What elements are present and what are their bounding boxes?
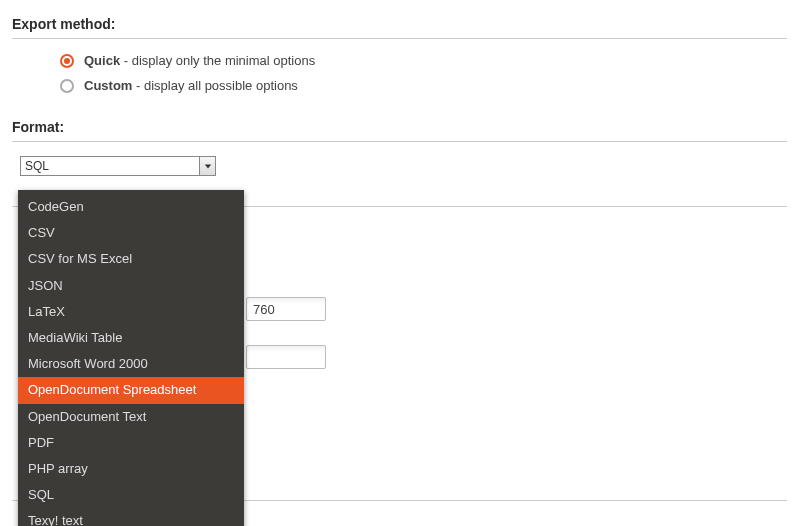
format-select[interactable]: SQL bbox=[20, 156, 216, 176]
dropdown-item-latex[interactable]: LaTeX bbox=[18, 299, 244, 325]
dropdown-item-sql[interactable]: SQL bbox=[18, 482, 244, 508]
dropdown-item-opendocument-text[interactable]: OpenDocument Text bbox=[18, 404, 244, 430]
radio-label: Quick - display only the minimal options bbox=[84, 53, 315, 68]
dropdown-item-phparray[interactable]: PHP array bbox=[18, 456, 244, 482]
radio-icon bbox=[60, 54, 74, 68]
svg-marker-0 bbox=[204, 164, 210, 168]
radio-option-custom[interactable]: Custom - display all possible options bbox=[60, 78, 787, 93]
dropdown-item-pdf[interactable]: PDF bbox=[18, 430, 244, 456]
export-method-title: Export method: bbox=[12, 16, 787, 32]
format-title: Format: bbox=[12, 119, 787, 135]
format-section: Format: SQL bbox=[12, 103, 787, 176]
dropdown-item-word2000[interactable]: Microsoft Word 2000 bbox=[18, 351, 244, 377]
radio-label: Custom - display all possible options bbox=[84, 78, 298, 93]
dropdown-button[interactable] bbox=[199, 157, 215, 175]
dropdown-item-opendocument-spreadsheet[interactable]: OpenDocument Spreadsheet bbox=[18, 377, 244, 403]
format-dropdown-list[interactable]: CodeGen CSV CSV for MS Excel JSON LaTeX … bbox=[18, 190, 244, 526]
dropdown-item-json[interactable]: JSON bbox=[18, 273, 244, 299]
dropdown-item-csv[interactable]: CSV bbox=[18, 220, 244, 246]
export-method-radio-group: Quick - display only the minimal options… bbox=[12, 53, 787, 93]
format-select-value: SQL bbox=[25, 159, 49, 173]
numeric-input-1[interactable] bbox=[246, 297, 326, 321]
dropdown-item-codegen[interactable]: CodeGen bbox=[18, 194, 244, 220]
dropdown-item-texy[interactable]: Texy! text bbox=[18, 508, 244, 526]
radio-icon bbox=[60, 79, 74, 93]
chevron-down-icon bbox=[204, 162, 212, 170]
divider bbox=[12, 141, 787, 142]
export-method-section: Export method: Quick - display only the … bbox=[12, 0, 787, 93]
divider bbox=[12, 38, 787, 39]
dropdown-item-csv-excel[interactable]: CSV for MS Excel bbox=[18, 246, 244, 272]
radio-option-quick[interactable]: Quick - display only the minimal options bbox=[60, 53, 787, 68]
numeric-input-2[interactable] bbox=[246, 345, 326, 369]
format-select-wrap: SQL bbox=[20, 156, 787, 176]
dropdown-item-mediawiki[interactable]: MediaWiki Table bbox=[18, 325, 244, 351]
